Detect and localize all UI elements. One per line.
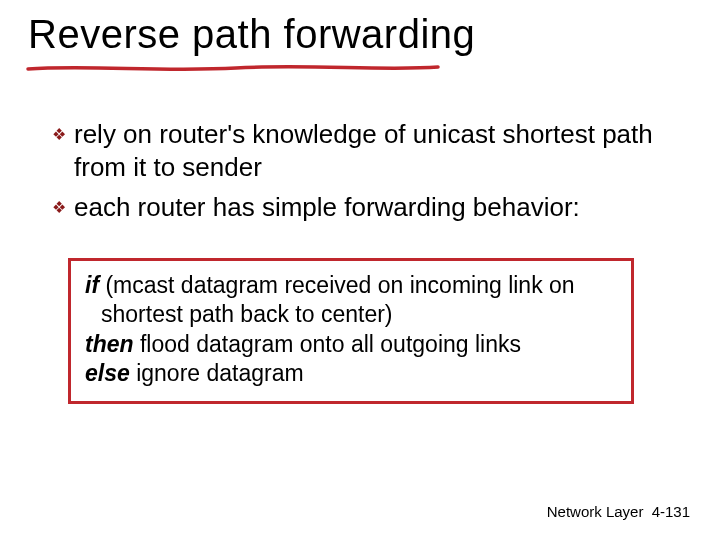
footer-label: Network Layer	[547, 503, 644, 520]
diamond-bullet-icon: ❖	[52, 192, 74, 224]
title-underline	[26, 64, 440, 74]
list-item: ❖ rely on router's knowledge of unicast …	[52, 118, 672, 185]
bullet-text: each router has simple forwarding behavi…	[74, 191, 580, 224]
algorithm-box: if (mcast datagram received on incoming …	[68, 258, 634, 404]
algo-then-text: flood datagram onto all outgoing links	[134, 331, 521, 357]
title-block: Reverse path forwarding	[28, 12, 475, 56]
algo-line-else: else ignore datagram	[85, 359, 617, 388]
slide-title: Reverse path forwarding	[28, 12, 475, 56]
footer-page-number: 4-131	[652, 503, 690, 520]
algo-cond-part1: (mcast datagram received on incoming lin…	[99, 272, 575, 298]
keyword-then: then	[85, 331, 134, 357]
keyword-if: if	[85, 272, 99, 298]
algo-line-if: if (mcast datagram received on incoming …	[85, 271, 617, 300]
slide: Reverse path forwarding ❖ rely on router…	[0, 0, 720, 540]
bullet-text: rely on router's knowledge of unicast sh…	[74, 118, 672, 185]
algo-else-text: ignore datagram	[130, 360, 304, 386]
slide-footer: Network Layer 4-131	[547, 503, 690, 520]
diamond-bullet-icon: ❖	[52, 119, 74, 151]
bullet-list: ❖ rely on router's knowledge of unicast …	[52, 118, 672, 230]
keyword-else: else	[85, 360, 130, 386]
algo-line-then: then flood datagram onto all outgoing li…	[85, 330, 617, 359]
algo-line-cond2: shortest path back to center)	[85, 300, 617, 329]
list-item: ❖ each router has simple forwarding beha…	[52, 191, 672, 224]
